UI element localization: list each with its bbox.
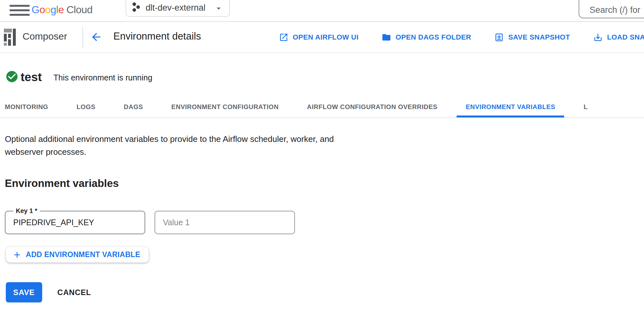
google-cloud-logo: GoogleCloud	[32, 4, 92, 16]
load-snapshot-label: LOAD SNAPSHOT	[607, 33, 644, 42]
environment-name: test	[21, 70, 42, 84]
tab-description: Optional additional environment variable…	[5, 133, 334, 158]
save-snapshot-icon	[494, 32, 504, 42]
tab-logs[interactable]: LOGS	[77, 97, 96, 117]
header-toolbar: OPEN AIRFLOW UI OPEN DAGS FOLDER SAVE SN…	[279, 22, 644, 52]
open-airflow-ui-button[interactable]: OPEN AIRFLOW UI	[279, 32, 358, 42]
env-var-value-field	[155, 211, 295, 234]
load-snapshot-button[interactable]: LOAD SNAPSHOT	[593, 32, 644, 42]
tab-airflow-configuration-overrides[interactable]: AIRFLOW CONFIGURATION OVERRIDES	[307, 97, 437, 117]
header-divider	[82, 27, 83, 48]
search-box	[579, 0, 644, 18]
tab-environment-configuration[interactable]: ENVIRONMENT CONFIGURATION	[171, 97, 279, 117]
open-airflow-ui-label: OPEN AIRFLOW UI	[293, 33, 358, 42]
tab-dags[interactable]: DAGS	[124, 97, 143, 117]
save-snapshot-button[interactable]: SAVE SNAPSHOT	[494, 32, 570, 42]
key-input[interactable]	[5, 211, 145, 234]
menu-icon[interactable]	[10, 5, 30, 16]
environment-status-text: This environment is running	[53, 73, 152, 82]
project-selector[interactable]: dlt-dev-external	[126, 0, 230, 17]
composer-logo-icon	[3, 27, 17, 47]
back-arrow-icon[interactable]	[90, 31, 103, 44]
product-name: Composer	[23, 31, 67, 42]
search-input[interactable]	[590, 5, 644, 15]
section-title: Environment variables	[5, 177, 119, 190]
add-environment-variable-button[interactable]: ADD ENVIRONMENT VARIABLE	[6, 247, 149, 263]
project-icon	[131, 2, 141, 13]
load-snapshot-icon	[593, 32, 603, 42]
key-field-label: Key 1 *	[13, 207, 40, 215]
status-check-icon	[5, 70, 19, 83]
chevron-down-icon	[214, 4, 223, 13]
product-header: Composer Environment details OPEN AIRFLO…	[0, 22, 644, 53]
cancel-button[interactable]: CANCEL	[54, 282, 94, 302]
add-environment-variable-label: ADD ENVIRONMENT VARIABLE	[26, 250, 140, 259]
open-in-new-icon	[279, 32, 289, 42]
env-var-key-field: Key 1 *	[5, 211, 145, 234]
open-dags-folder-label: OPEN DAGS FOLDER	[395, 33, 471, 42]
save-button[interactable]: SAVE	[6, 282, 42, 302]
tab-monitoring[interactable]: MONITORING	[5, 97, 48, 117]
save-snapshot-label: SAVE SNAPSHOT	[508, 33, 570, 42]
tab-environment-variables[interactable]: ENVIRONMENT VARIABLES	[466, 97, 555, 117]
tab-bar: MONITORING LOGS DAGS ENVIRONMENT CONFIGU…	[0, 97, 644, 118]
description-line-2: webserver processes.	[5, 147, 86, 157]
plus-icon	[12, 250, 22, 260]
description-line-1: Optional additional environment variable…	[5, 134, 334, 144]
cloud-logo-word: Cloud	[66, 4, 92, 15]
open-dags-folder-button[interactable]: OPEN DAGS FOLDER	[382, 32, 471, 42]
value-input[interactable]	[155, 211, 294, 234]
page-title: Environment details	[113, 31, 201, 42]
google-logo-word: Google	[32, 4, 64, 15]
tab-labels-clipped[interactable]: L	[583, 97, 588, 117]
top-app-bar: GoogleCloud dlt-dev-external	[0, 0, 644, 22]
project-selector-value: dlt-dev-external	[146, 3, 214, 13]
folder-icon	[382, 32, 391, 42]
